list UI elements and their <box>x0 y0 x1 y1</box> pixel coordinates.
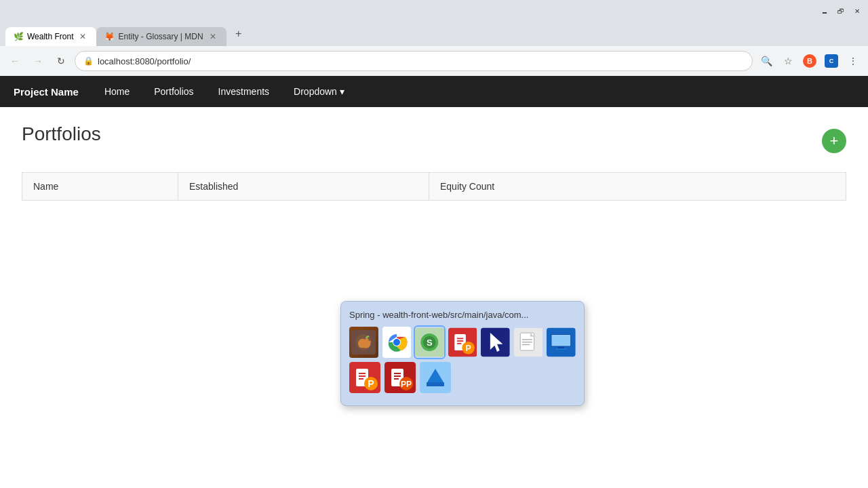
address-bar-row: ← → ↻ 🔒 localhost:8080/portfolio/ 🔍 ☆ B … <box>0 46 868 76</box>
svg-text:PP: PP <box>401 380 412 389</box>
column-header-name: Name <box>22 173 178 201</box>
svg-text:S: S <box>427 338 433 348</box>
svg-rect-39 <box>394 375 401 377</box>
back-button[interactable]: ← <box>5 52 24 70</box>
add-portfolio-button[interactable]: + <box>822 129 846 153</box>
portfolios-table: Name Established Equity Count <box>22 172 846 201</box>
svg-rect-31 <box>359 373 366 374</box>
taskbar-popup: Spring - wealth-front-web/src/main/java/… <box>340 301 585 406</box>
title-bar: 🗕 🗗 ✕ <box>0 0 868 22</box>
forward-button[interactable]: → <box>28 52 47 70</box>
svg-rect-40 <box>394 378 399 380</box>
svg-rect-11 <box>457 338 463 340</box>
address-bar[interactable]: 🔒 localhost:8080/portfolio/ <box>75 51 753 71</box>
svg-rect-27 <box>558 346 564 348</box>
extension-icon-custom[interactable]: C <box>822 52 841 70</box>
navbar-brand: Project Name <box>14 86 79 98</box>
svg-rect-45 <box>427 382 444 386</box>
svg-rect-21 <box>522 339 532 340</box>
tab-label-1: Wealth Front <box>27 32 73 41</box>
java-green-icon[interactable]: S <box>415 327 444 358</box>
tab-wealth-front[interactable]: 🌿 Wealth Front ✕ <box>5 27 96 46</box>
nav-dropdown[interactable]: Dropdown ▾ <box>284 78 354 105</box>
svg-rect-28 <box>555 348 567 350</box>
navbar: Project Name Home Portfolios Investments… <box>0 76 868 107</box>
tab-icon-1: 🌿 <box>14 32 23 41</box>
toolbar-right: 🔍 ☆ B C ⋮ <box>757 52 863 70</box>
tab-mdn[interactable]: 🦊 Entity - Glossary | MDN ✕ <box>96 27 226 46</box>
powerpoint-icon-3[interactable]: PP <box>384 362 416 393</box>
svg-rect-33 <box>359 378 363 380</box>
powerpoint-icon-1[interactable]: P <box>448 327 477 358</box>
column-header-equity-count: Equity Count <box>429 173 846 201</box>
svg-text:P: P <box>368 378 374 389</box>
spring-icon[interactable] <box>349 327 378 358</box>
page-content: Project Name Home Portfolios Investments… <box>0 76 868 488</box>
main-content: Portfolios + Name Established Equity Cou… <box>0 107 868 488</box>
svg-rect-23 <box>522 344 530 345</box>
popup-icons-row-2: P PP <box>349 362 576 393</box>
svg-point-4 <box>393 339 400 346</box>
close-button[interactable]: ✕ <box>852 5 863 16</box>
svg-text:P: P <box>465 343 471 353</box>
nav-dropdown-label: Dropdown <box>294 86 337 97</box>
minimize-button[interactable]: 🗕 <box>819 5 830 16</box>
menu-icon[interactable]: ⋮ <box>844 52 863 70</box>
monitor-icon[interactable] <box>547 327 576 358</box>
nav-portfolios[interactable]: Portfolios <box>144 78 203 105</box>
popup-title: Spring - wealth-front-web/src/main/java/… <box>349 310 576 320</box>
chevron-down-icon: ▾ <box>340 86 344 97</box>
svg-rect-38 <box>394 373 401 374</box>
column-header-established: Established <box>178 173 429 201</box>
nav-investments[interactable]: Investments <box>209 78 279 105</box>
svg-rect-32 <box>359 375 366 377</box>
cursor-tool-icon[interactable] <box>481 327 510 358</box>
installer-icon[interactable] <box>420 362 451 393</box>
svg-rect-26 <box>552 335 571 346</box>
tab-close-2[interactable]: ✕ <box>208 31 218 42</box>
svg-rect-13 <box>457 343 461 344</box>
search-icon[interactable]: 🔍 <box>757 52 776 70</box>
refresh-button[interactable]: ↻ <box>52 52 71 70</box>
address-text: localhost:8080/portfolio/ <box>98 56 744 66</box>
tab-icon-2: 🦊 <box>104 32 114 41</box>
tabs-bar: 🌿 Wealth Front ✕ 🦊 Entity - Glossary | M… <box>0 22 868 46</box>
restore-button[interactable]: 🗗 <box>835 5 846 16</box>
svg-rect-12 <box>457 340 463 342</box>
tab-close-1[interactable]: ✕ <box>77 31 88 42</box>
chrome-icon[interactable] <box>382 327 412 358</box>
lock-icon: 🔒 <box>83 56 94 66</box>
bookmark-icon[interactable]: ☆ <box>778 52 797 70</box>
extension-icon-brave[interactable]: B <box>800 52 819 70</box>
popup-icons-row-1: S P <box>349 327 576 358</box>
page-title: Portfolios <box>22 123 101 145</box>
tab-label-2: Entity - Glossary | MDN <box>118 32 203 41</box>
svg-rect-22 <box>522 342 532 342</box>
new-tab-button[interactable]: + <box>229 24 248 43</box>
page-header: Portfolios + <box>22 123 846 159</box>
powerpoint-icon-2[interactable]: P <box>349 362 380 393</box>
blank-document-icon[interactable] <box>514 327 543 358</box>
nav-home[interactable]: Home <box>95 78 139 105</box>
